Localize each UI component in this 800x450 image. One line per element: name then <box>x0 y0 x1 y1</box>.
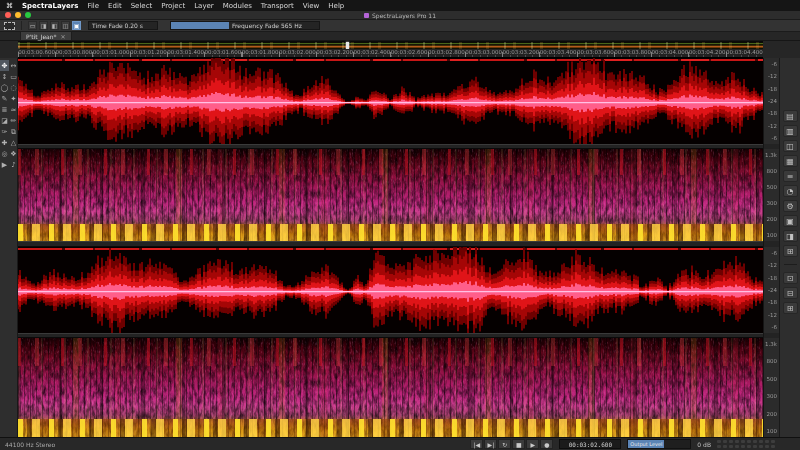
clone-stamp-tool[interactable]: ⧉ <box>9 126 18 137</box>
vertical-rulers[interactable]: -6-12-18-24-18-12-6 1.3k800500300200100 … <box>763 58 779 437</box>
add-selection-mode-icon[interactable]: ◨ <box>39 21 48 30</box>
amplitude-tick-label: -18 <box>768 110 777 116</box>
menu-item-select[interactable]: Select <box>131 2 153 10</box>
time-selection-tool[interactable]: ↔ <box>9 60 18 71</box>
play-tool[interactable]: ▶ <box>0 159 9 170</box>
brush-selection-tool[interactable]: ✎ <box>0 93 9 104</box>
heal-tool[interactable]: ✚ <box>0 137 9 148</box>
frequency-tick-label: 100 <box>767 428 778 434</box>
plugins-panel-icon[interactable]: ⊞ <box>783 245 798 257</box>
zoom-tool[interactable]: ◎ <box>0 148 9 159</box>
frequency-ruler[interactable]: 1.3k800500300200100 <box>764 338 779 437</box>
zoom-in-icon[interactable]: ⊞ <box>783 302 798 314</box>
layers-panel-icon[interactable]: ▥ <box>783 125 798 137</box>
frequency-selection-tool[interactable]: ↕ <box>0 71 9 82</box>
close-tab-icon[interactable]: ✕ <box>61 33 66 40</box>
go-to-end-button[interactable]: ▶| <box>484 439 497 449</box>
clock-panel-icon[interactable]: ◔ <box>783 185 798 197</box>
waveform-right-channel[interactable] <box>18 247 763 333</box>
amplitude-ruler[interactable]: -6-12-18-24-18-12-6 <box>764 247 779 333</box>
selection-tool-icon[interactable] <box>4 22 15 30</box>
meter-segment <box>765 445 769 448</box>
menu-item-spectralayers[interactable]: SpectraLayers <box>22 2 78 10</box>
history-panel-icon[interactable]: ≡ <box>783 170 798 182</box>
meter-segment <box>729 445 733 448</box>
frequency-tick-label: 800 <box>767 168 778 174</box>
menu-item-layer[interactable]: Layer <box>194 2 214 10</box>
zoom-out-icon[interactable]: ⊟ <box>783 287 798 299</box>
document-tab[interactable]: P'tit_Jean* ✕ <box>20 31 72 40</box>
amplify-tool[interactable]: △ <box>9 137 18 148</box>
rectangular-selection-tool[interactable]: ▭ <box>9 71 18 82</box>
channels-panel-icon[interactable]: ◫ <box>783 140 798 152</box>
record-button[interactable]: ● <box>540 439 553 449</box>
zoom-fit-icon[interactable]: ⊡ <box>783 272 798 284</box>
menu-item-help[interactable]: Help <box>328 2 344 10</box>
amplitude-tick-label: -18 <box>768 275 777 281</box>
display-panel-icon[interactable]: ▤ <box>783 110 798 122</box>
meter-row <box>717 445 775 448</box>
spectrogram-low-band <box>18 419 763 437</box>
go-to-start-button[interactable]: |◀ <box>470 439 483 449</box>
timeline-ruler[interactable]: 00:03:00.60000:03:00.80000:03:01.00000:0… <box>18 49 763 58</box>
menu-item-transport[interactable]: Transport <box>261 2 294 10</box>
meter-segment <box>771 445 775 448</box>
eraser-tool[interactable]: ◪ <box>0 115 9 126</box>
subtract-selection-mode-icon[interactable]: ◧ <box>50 21 59 30</box>
frequency-tick-label: 300 <box>767 200 778 206</box>
loop-button[interactable]: ↻ <box>498 439 511 449</box>
time-fade-slider[interactable]: Time Fade 0.20 s <box>88 21 158 30</box>
settings-panel-icon[interactable]: ⚙ <box>783 200 798 212</box>
waveform-left-channel[interactable] <box>18 58 763 144</box>
timeline-label: 00:03:02.200 <box>316 49 353 57</box>
transform-tool[interactable]: ✥ <box>0 60 9 71</box>
menu-item-project[interactable]: Project <box>161 2 185 10</box>
apple-menu-icon[interactable]: ⌘ <box>6 2 13 10</box>
active-selection-toggle-icon[interactable]: ▣ <box>72 21 81 30</box>
timeline-label: 00:03:01.800 <box>242 49 279 57</box>
audio-monitor-tool[interactable]: ♪ <box>9 159 18 170</box>
spectrogram-high-band <box>18 338 763 366</box>
timecode-display[interactable]: 00:03:02.600 <box>559 439 621 449</box>
menu-item-file[interactable]: File <box>87 2 99 10</box>
amplitude-tick-label: -12 <box>768 262 777 268</box>
markers-panel-icon[interactable]: ▦ <box>783 155 798 167</box>
elliptical-selection-tool[interactable]: ◯ <box>0 82 9 93</box>
meter-segment <box>753 445 757 448</box>
menu-item-edit[interactable]: Edit <box>108 2 122 10</box>
timeline-label: 00:03:01.000 <box>93 49 130 57</box>
meter-segment <box>717 445 721 448</box>
meter-segment <box>723 445 727 448</box>
menu-item-view[interactable]: View <box>303 2 320 10</box>
mixer-panel-icon[interactable]: ◨ <box>783 230 798 242</box>
frequency-fade-label: Frequency Fade 565 Hz <box>232 22 302 30</box>
meter-segment <box>747 440 751 443</box>
toolbar-separator <box>21 21 22 30</box>
amplitude-tick-label: -12 <box>768 312 777 318</box>
output-level-slider[interactable]: Output Level <box>627 439 691 449</box>
audio-overview-strip[interactable] <box>18 41 763 49</box>
main-toolbar: ▭◨◧◫▣ Time Fade 0.20 s Frequency Fade 56… <box>0 20 800 32</box>
brush-tool[interactable]: ✑ <box>0 126 9 137</box>
amplitude-ruler[interactable]: -6-12-18-24-18-12-6 <box>764 58 779 144</box>
meter-segment <box>765 440 769 443</box>
spectrum-panel-icon[interactable]: ▣ <box>783 215 798 227</box>
frequency-ruler[interactable]: 1.3k800500300200100 <box>764 149 779 241</box>
menu-item-modules[interactable]: Modules <box>223 2 252 10</box>
spectrogram-right-channel[interactable] <box>18 338 763 437</box>
window-titlebar: SpectraLayers Pro 11 <box>0 11 800 20</box>
intersect-selection-mode-icon[interactable]: ◫ <box>61 21 70 30</box>
pencil-tool[interactable]: ✏ <box>9 115 18 126</box>
magic-wand-tool[interactable]: ✦ <box>9 93 18 104</box>
frequency-tick-label: 500 <box>767 184 778 190</box>
hand-tool[interactable]: ❖ <box>9 148 18 159</box>
new-selection-mode-icon[interactable]: ▭ <box>28 21 37 30</box>
harmonics-selection-tool[interactable]: ≣ <box>0 104 9 115</box>
similar-selection-tool[interactable]: ≈ <box>9 104 18 115</box>
lasso-selection-tool[interactable]: ◌ <box>9 82 18 93</box>
overview-playhead-marker[interactable] <box>346 42 349 49</box>
spectrogram-left-channel[interactable] <box>18 149 763 241</box>
play-button[interactable]: ▶ <box>526 439 539 449</box>
frequency-fade-slider[interactable]: Frequency Fade 565 Hz <box>170 21 320 30</box>
stop-button[interactable]: ■ <box>512 439 525 449</box>
